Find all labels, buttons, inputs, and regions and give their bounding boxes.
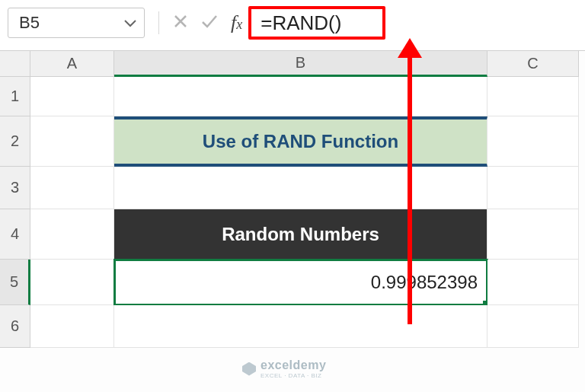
select-all-corner[interactable] — [0, 51, 30, 77]
enter-icon[interactable] — [200, 12, 219, 33]
cell-A5[interactable] — [30, 260, 114, 305]
column-header-A[interactable]: A — [30, 51, 114, 77]
cell-A4[interactable] — [30, 209, 114, 260]
cell-C3[interactable] — [488, 167, 579, 209]
cell-C4[interactable] — [488, 209, 579, 260]
title-text: Use of RAND Function — [203, 131, 398, 152]
watermark-logo-icon — [242, 362, 256, 376]
cell-A1[interactable] — [30, 77, 114, 116]
cell-B5-selected[interactable]: 0.999852398 — [114, 260, 488, 305]
row-3: 3 — [0, 167, 585, 209]
row-header-4[interactable]: 4 — [0, 209, 30, 260]
cell-A6[interactable] — [30, 305, 114, 348]
row-header-3[interactable]: 3 — [0, 167, 30, 209]
row-4: 4 Random Numbers — [0, 209, 585, 260]
name-box[interactable]: B5 — [8, 8, 145, 38]
cell-C2[interactable] — [488, 116, 579, 167]
cell-A2[interactable] — [30, 116, 114, 167]
watermark-text: exceldemy EXCEL · DATA · BIZ — [261, 359, 326, 379]
insert-function-icon[interactable]: fx — [231, 11, 242, 34]
cell-C5[interactable] — [488, 260, 579, 305]
chevron-down-icon[interactable] — [124, 15, 136, 31]
cancel-icon[interactable] — [173, 12, 188, 33]
formula-bar-icons: fx — [173, 11, 242, 34]
watermark-tagline: EXCEL · DATA · BIZ — [261, 372, 326, 379]
row-header-2[interactable]: 2 — [0, 116, 30, 167]
column-header-C[interactable]: C — [488, 51, 579, 77]
sheet-grid: A B C 1 2 Use of RAND Function 3 4 Rando… — [0, 51, 585, 348]
row-header-5[interactable]: 5 — [0, 260, 30, 305]
cell-B4-header[interactable]: Random Numbers — [114, 209, 488, 260]
cell-B2-title[interactable]: Use of RAND Function — [114, 116, 488, 167]
cell-B3[interactable] — [114, 167, 488, 209]
formula-text: =RAND() — [261, 11, 341, 35]
header-text: Random Numbers — [222, 224, 379, 245]
row-1: 1 — [0, 77, 585, 116]
row-2: 2 Use of RAND Function — [0, 116, 585, 167]
column-headers: A B C — [0, 51, 585, 77]
row-6: 6 — [0, 305, 585, 348]
cell-B1[interactable] — [114, 77, 488, 116]
row-5: 5 0.999852398 — [0, 260, 585, 305]
row-header-1[interactable]: 1 — [0, 77, 30, 116]
column-header-B[interactable]: B — [114, 51, 488, 77]
row-header-6[interactable]: 6 — [0, 305, 30, 348]
cell-A3[interactable] — [30, 167, 114, 209]
cell-C1[interactable] — [488, 77, 579, 116]
cell-B6[interactable] — [114, 305, 488, 348]
formula-bar: B5 fx =RAND() — [0, 0, 585, 51]
watermark-brand: exceldemy — [261, 359, 326, 372]
cell-C6[interactable] — [488, 305, 579, 348]
name-box-value: B5 — [19, 13, 40, 33]
divider — [158, 11, 159, 34]
formula-input[interactable]: =RAND() — [248, 6, 385, 40]
cell-B5-value: 0.999852398 — [371, 272, 478, 293]
watermark: exceldemy EXCEL · DATA · BIZ — [242, 359, 326, 379]
